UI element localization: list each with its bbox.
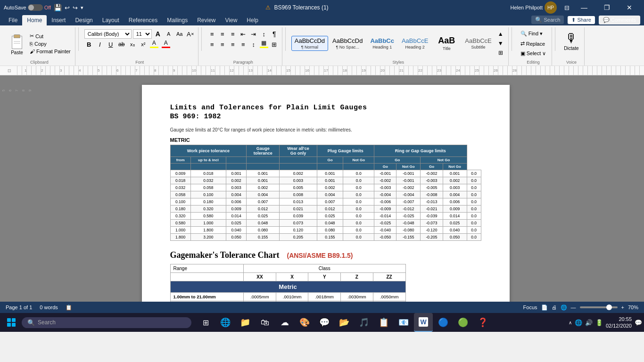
start-button[interactable] — [2, 313, 21, 332]
taskbar-app5[interactable]: 🎨 — [295, 313, 314, 332]
paste-button[interactable]: Paste — [7, 30, 27, 57]
cut-button[interactable]: ✂ Cut — [28, 33, 72, 40]
taskbar-search[interactable]: 🔍 Search — [22, 317, 191, 328]
replace-button[interactable]: ⇄ Replace — [518, 39, 549, 48]
underline-button[interactable]: U — [106, 40, 116, 49]
ribbon-display-icon[interactable]: ⊟ — [564, 4, 570, 11]
redo-icon[interactable]: ↪ — [73, 4, 78, 11]
document-content[interactable]: Limits and Tolerances for Plain Limit Ga… — [7, 75, 644, 302]
tab-help[interactable]: Help — [242, 15, 263, 25]
superscript-button[interactable]: x² — [139, 40, 148, 49]
bold-button[interactable]: B — [84, 40, 94, 49]
bullets-button[interactable]: ≡ — [207, 29, 217, 39]
undo-icon[interactable]: ↩ — [65, 4, 70, 11]
tab-layout[interactable]: Layout — [98, 15, 124, 25]
tab-file[interactable]: File — [4, 15, 22, 25]
tab-insert[interactable]: Insert — [47, 15, 70, 25]
dictate-button[interactable]: 🎙 Dictate — [561, 29, 581, 53]
taskbar-outlook[interactable]: 📧 — [394, 313, 413, 332]
tray-sound[interactable]: 🔊 — [585, 319, 593, 326]
borders-button[interactable]: ⊞ — [270, 40, 279, 49]
zoom-slider[interactable] — [580, 306, 618, 308]
styles-expand[interactable]: ⊞ — [496, 48, 505, 58]
zoom-plus-icon[interactable]: + — [621, 304, 624, 310]
sort-button[interactable]: ↕ — [259, 29, 269, 39]
font-name-select[interactable]: Calibri (Body) — [84, 29, 132, 39]
select-button[interactable]: ▣ Select ∨ — [518, 49, 549, 58]
find-button[interactable]: 🔍 Find ▾ — [518, 29, 549, 38]
grow-font-button[interactable]: A — [153, 29, 163, 39]
taskbar-todo[interactable]: 📋 — [374, 313, 393, 332]
view-web-icon[interactable]: 🌐 — [561, 304, 567, 311]
taskbar-onedrive[interactable]: ☁ — [275, 313, 294, 332]
style-no-spacing[interactable]: AaBbCcDd ¶ No Spac... — [329, 36, 366, 51]
style-title[interactable]: AaB Title — [432, 34, 461, 52]
font-color-button[interactable]: A — [161, 40, 171, 49]
style-heading2[interactable]: AaBbCcE Heading 2 — [398, 36, 431, 51]
autosave-toggle[interactable]: AutoSave Off — [4, 4, 51, 11]
tab-view[interactable]: View — [221, 15, 242, 25]
share-button[interactable]: ⬆ Share — [568, 16, 594, 24]
autosave-pill[interactable] — [28, 4, 43, 11]
tray-battery[interactable]: 🔋 — [595, 319, 603, 326]
tray-notification[interactable]: 💬 — [635, 319, 642, 326]
restore-button[interactable]: ❐ — [596, 0, 618, 15]
taskbar-word[interactable]: W — [414, 313, 433, 332]
ribbon-search[interactable]: 🔍 Search — [531, 16, 564, 24]
taskbar-filemanager[interactable]: 📂 — [335, 313, 354, 332]
clear-format-button[interactable]: A✕ — [186, 29, 195, 39]
comments-button[interactable]: 💬 Comments — [599, 16, 640, 25]
format-painter-button[interactable]: 🖌 Format Painter — [28, 48, 72, 55]
ruler-corner[interactable]: ⊡ — [7, 68, 12, 73]
align-center-button[interactable]: ≡ — [218, 40, 227, 49]
multilevel-button[interactable]: ≡ — [228, 29, 238, 39]
taskbar-store[interactable]: 🛍 — [256, 313, 274, 332]
font-size-select[interactable]: 11 — [133, 29, 152, 39]
tab-references[interactable]: References — [124, 15, 162, 25]
change-case-button[interactable]: Aa — [175, 29, 184, 39]
style-subtitle[interactable]: AaBbCcE Subtitle — [462, 36, 495, 51]
tab-mailings[interactable]: Mailings — [162, 15, 192, 25]
text-highlight-button[interactable]: A — [149, 40, 159, 49]
close-button[interactable]: ✕ — [619, 0, 640, 15]
align-left-button[interactable]: ≡ — [207, 40, 217, 49]
document-page[interactable]: Limits and Tolerances for Plain Limit Ga… — [142, 85, 510, 302]
time-block[interactable]: 20:55 02/12/2020 — [606, 316, 632, 329]
taskbar-app6[interactable]: 💬 — [315, 313, 334, 332]
minimize-button[interactable]: — — [573, 0, 595, 15]
strikethrough-button[interactable]: ab — [117, 40, 126, 49]
tray-network[interactable]: 🌐 — [575, 319, 582, 326]
taskbar-app13[interactable]: 🟢 — [454, 313, 472, 332]
styles-scroll-down[interactable]: ▼ — [496, 39, 505, 48]
proofing-icon[interactable]: 📋 — [66, 304, 72, 311]
show-marks-button[interactable]: ¶ — [270, 29, 279, 39]
focus-label[interactable]: Focus — [523, 304, 537, 310]
subscript-button[interactable]: x₂ — [128, 40, 137, 49]
shading-button[interactable]: ▦ — [259, 40, 269, 49]
style-heading1[interactable]: AaBbCc Heading 1 — [367, 36, 397, 51]
copy-button[interactable]: ⎘ Copy — [28, 41, 72, 47]
taskbar-edge[interactable]: 🌐 — [216, 313, 235, 332]
styles-scroll-up[interactable]: ▲ — [496, 29, 505, 39]
save-icon[interactable]: 💾 — [54, 4, 62, 11]
increase-indent-button[interactable]: ⇥ — [249, 29, 258, 39]
italic-button[interactable]: I — [95, 40, 105, 49]
taskbar-explorer[interactable]: 📁 — [236, 313, 255, 332]
taskbar-task-view[interactable]: ⊞ — [196, 313, 215, 332]
justify-button[interactable]: ≡ — [239, 40, 248, 49]
view-read-icon[interactable]: 📄 — [541, 304, 548, 311]
decrease-indent-button[interactable]: ⇤ — [239, 29, 248, 39]
taskbar-help[interactable]: ❓ — [473, 313, 492, 332]
shrink-font-button[interactable]: A — [164, 29, 173, 39]
numbering-button[interactable]: ≡ — [218, 29, 227, 39]
taskbar-edge2[interactable]: 🔵 — [434, 313, 453, 332]
view-print-icon[interactable]: 🖨 — [552, 304, 557, 310]
tab-home[interactable]: Home — [22, 15, 47, 25]
tab-design[interactable]: Design — [70, 15, 97, 25]
zoom-minus-icon[interactable]: — — [571, 304, 576, 310]
zoom-level[interactable]: 70% — [628, 304, 638, 310]
tray-expand[interactable]: ∧ — [569, 320, 572, 325]
tab-review[interactable]: Review — [192, 15, 220, 25]
taskbar-app8[interactable]: 🎵 — [355, 313, 373, 332]
align-right-button[interactable]: ≡ — [228, 40, 238, 49]
